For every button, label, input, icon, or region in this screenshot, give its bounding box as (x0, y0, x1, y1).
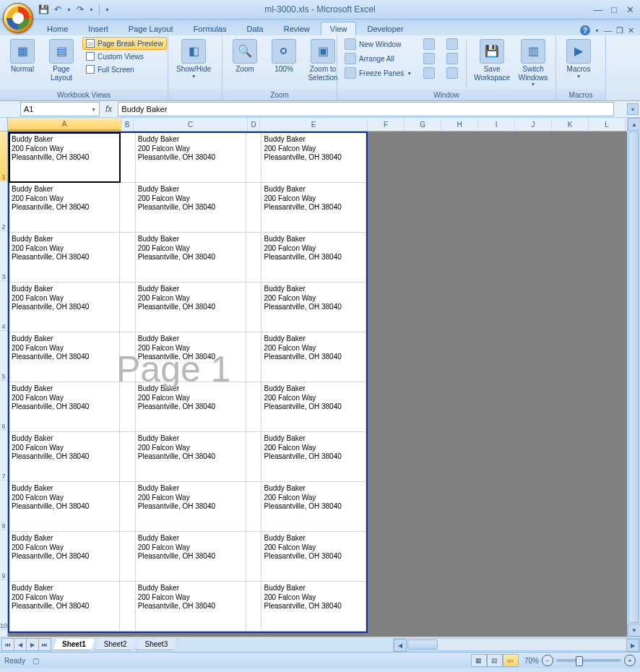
zoom-slider[interactable] (556, 659, 621, 662)
cell[interactable] (120, 582, 136, 631)
cell[interactable]: Buddy Baker200 Falcon WayPleasantville, … (9, 133, 120, 182)
cell[interactable]: Buddy Baker200 Falcon WayPleasantville, … (261, 432, 366, 481)
scroll-up-button[interactable]: ▲ (628, 118, 640, 131)
scroll-right-button[interactable]: ▶ (626, 639, 639, 652)
cell[interactable]: Buddy Baker200 Falcon WayPleasantville, … (9, 233, 120, 282)
maximize-button[interactable]: □ (608, 4, 620, 15)
cell[interactable]: Buddy Baker200 Falcon WayPleasantville, … (261, 133, 366, 182)
row-header-2[interactable]: 2 (0, 181, 7, 231)
zoom-in-button[interactable]: + (624, 655, 636, 666)
mdi-restore-button[interactable]: ❐ (616, 26, 623, 35)
tab-data[interactable]: Data (237, 22, 272, 35)
cell[interactable] (120, 332, 136, 382)
zoom-100-button[interactable]: ⭘100% (266, 37, 302, 76)
cell[interactable]: Buddy Baker200 Falcon WayPleasantville, … (9, 382, 120, 431)
cell[interactable]: Buddy Baker200 Falcon WayPleasantville, … (136, 283, 246, 332)
cell[interactable]: Buddy Baker200 Falcon WayPleasantville, … (261, 582, 366, 631)
undo-icon[interactable]: ↶ (52, 4, 64, 15)
column-header-C[interactable]: C (134, 118, 248, 131)
tab-formulas[interactable]: Formulas (184, 22, 236, 35)
row-header-1[interactable]: 1 (0, 132, 7, 181)
cells-area[interactable]: Buddy Baker200 Falcon WayPleasantville, … (8, 132, 640, 637)
cell[interactable] (120, 482, 136, 531)
cell[interactable]: Buddy Baker200 Falcon WayPleasantville, … (136, 482, 246, 531)
cell[interactable]: Buddy Baker200 Falcon WayPleasantville, … (9, 432, 120, 481)
cell[interactable] (246, 283, 262, 332)
zoom-level[interactable]: 70% (524, 657, 539, 665)
save-workspace-button[interactable]: 💾Save Workspace (472, 37, 512, 84)
cell[interactable] (120, 432, 136, 481)
zoom-out-button[interactable]: − (542, 655, 553, 666)
page-break-preview-button[interactable]: ▭Page Break Preview (82, 37, 167, 50)
cell[interactable] (246, 582, 262, 631)
cell[interactable]: Buddy Baker200 Falcon WayPleasantville, … (9, 532, 120, 581)
cell[interactable]: Buddy Baker200 Falcon WayPleasantville, … (136, 532, 246, 581)
column-header-K[interactable]: K (552, 118, 589, 131)
tab-developer[interactable]: Developer (358, 22, 412, 35)
cell[interactable] (246, 432, 262, 481)
scroll-left-button[interactable]: ◀ (394, 639, 407, 652)
column-header-J[interactable]: J (515, 118, 552, 131)
prev-sheet-button[interactable]: ◀ (14, 638, 27, 651)
custom-views-button[interactable]: Custom Views (82, 50, 167, 63)
cell[interactable]: Buddy Baker200 Falcon WayPleasantville, … (9, 183, 120, 232)
column-header-F[interactable]: F (368, 118, 405, 131)
minimize-button[interactable]: ― (592, 4, 604, 15)
row-header-8[interactable]: 8 (0, 481, 7, 530)
cell[interactable]: Buddy Baker200 Falcon WayPleasantville, … (261, 382, 366, 431)
unhide-button[interactable] (420, 66, 438, 80)
page-break-status-button[interactable]: ▭ (503, 654, 519, 667)
zoom-to-selection-button[interactable]: ▣Zoom to Selection (305, 37, 341, 84)
cell[interactable] (246, 183, 262, 232)
vertical-scrollbar[interactable]: ▲ ▼ (627, 118, 640, 637)
cell[interactable]: Buddy Baker200 Falcon WayPleasantville, … (9, 582, 120, 631)
tab-review[interactable]: Review (274, 22, 319, 35)
formula-input[interactable]: Buddy Baker (118, 102, 614, 116)
tab-view[interactable]: View (321, 22, 357, 35)
cell[interactable]: Buddy Baker200 Falcon WayPleasantville, … (136, 233, 246, 282)
cell[interactable]: Buddy Baker200 Falcon WayPleasantville, … (261, 332, 366, 382)
sheet-tab-sheet3[interactable]: Sheet3 (136, 639, 178, 650)
expand-formula-bar-button[interactable]: ▾ (627, 103, 639, 115)
tab-page-layout[interactable]: Page Layout (119, 22, 183, 35)
switch-windows-button[interactable]: ▥Switch Windows▼ (515, 37, 551, 90)
cell[interactable] (246, 332, 262, 382)
cell[interactable]: Buddy Baker200 Falcon WayPleasantville, … (261, 532, 366, 581)
worksheet-grid[interactable]: 12345678910 ABCDEFGHIJKLM Buddy Baker200… (0, 118, 640, 637)
save-icon[interactable]: 💾 (38, 4, 49, 15)
horizontal-scroll-thumb[interactable] (407, 639, 438, 650)
cell[interactable]: Buddy Baker200 Falcon WayPleasantville, … (136, 133, 246, 182)
select-all-corner[interactable] (0, 118, 7, 132)
arrange-all-button[interactable]: Arrange All (342, 51, 415, 66)
cell[interactable]: Buddy Baker200 Falcon WayPleasantville, … (136, 183, 246, 232)
cell[interactable]: Buddy Baker200 Falcon WayPleasantville, … (136, 432, 246, 481)
next-sheet-button[interactable]: ▶ (26, 638, 39, 651)
row-header-9[interactable]: 9 (0, 530, 7, 580)
split-button[interactable] (420, 37, 438, 51)
column-header-L[interactable]: L (589, 118, 626, 131)
row-header-6[interactable]: 6 (0, 381, 7, 431)
cell[interactable]: Buddy Baker200 Falcon WayPleasantville, … (261, 482, 366, 531)
show-hide-button[interactable]: ◧Show/Hide▼ (173, 37, 215, 82)
page-layout-view-button[interactable]: ▤Page Layout (43, 37, 79, 84)
cell[interactable] (120, 382, 136, 431)
help-icon[interactable]: ? (580, 25, 590, 35)
full-screen-button[interactable]: Full Screen (82, 63, 167, 76)
cell[interactable]: Buddy Baker200 Falcon WayPleasantville, … (136, 382, 246, 431)
column-header-D[interactable]: D (248, 118, 260, 131)
cell[interactable] (120, 133, 136, 182)
reset-window-position-button[interactable] (444, 66, 461, 80)
row-header-10[interactable]: 10 (0, 580, 7, 630)
synchronous-scrolling-button[interactable] (444, 51, 461, 66)
freeze-panes-button[interactable]: Freeze Panes ▼ (342, 66, 415, 80)
new-window-button[interactable]: New Window (342, 37, 415, 51)
cell[interactable]: Buddy Baker200 Falcon WayPleasantville, … (261, 183, 366, 232)
row-header-7[interactable]: 7 (0, 431, 7, 481)
cell[interactable]: Buddy Baker200 Falcon WayPleasantville, … (136, 582, 246, 631)
qat-customize-icon[interactable]: ▼ (105, 7, 110, 12)
macro-record-icon[interactable]: ▢ (33, 657, 39, 665)
cell[interactable] (246, 133, 262, 182)
hide-button[interactable] (420, 51, 438, 66)
cell[interactable]: Buddy Baker200 Falcon WayPleasantville, … (9, 283, 120, 332)
column-header-B[interactable]: B (121, 118, 134, 131)
